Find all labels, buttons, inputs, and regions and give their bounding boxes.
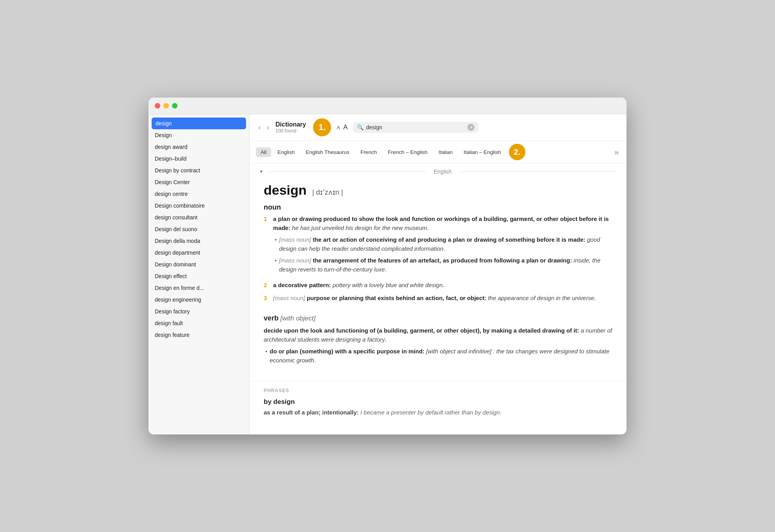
sidebar-item-9[interactable]: Design del suono <box>148 223 249 235</box>
nav-buttons: ‹ › <box>256 123 272 132</box>
filter-tab-5[interactable]: Italian <box>434 147 457 157</box>
entry-word-line: design | dɪˈzʌɪn | <box>264 183 612 198</box>
sidebar-item-18[interactable]: design feature <box>148 329 249 341</box>
def-1: 1 a plan or drawing produced to show the… <box>264 215 612 277</box>
dict-title: Dictionary <box>275 121 306 128</box>
content-area: ‹ › Dictionary 100 found 1. A A 🔍 ✕ <box>250 114 627 434</box>
sub-text-1-2: [mass noun] the arrangement of the featu… <box>279 256 612 274</box>
filter-tabs: AllEnglishEnglish ThesaurusFrenchFrench … <box>250 141 627 164</box>
section-header-english: ▼ English <box>250 164 627 179</box>
sidebar-item-13[interactable]: Design effect <box>148 270 249 282</box>
sidebar-item-3[interactable]: Design–build <box>148 153 249 165</box>
dict-content: ▼ English design | dɪˈzʌɪn | noun 1 <box>250 164 627 434</box>
sidebar-item-2[interactable]: design award <box>148 141 249 153</box>
def-3: 3 [mass noun] purpose or planning that e… <box>264 294 612 303</box>
sub-def-main-2: the arrangement of the features of an ar… <box>313 257 572 264</box>
filter-tab-4[interactable]: French – English <box>383 147 432 157</box>
font-decrease-button[interactable]: A <box>337 125 340 130</box>
verb-sub-strong: do or plan (something) with a specific p… <box>270 348 424 355</box>
phrase-def-strong: as a result of a plan; intentionally: <box>264 409 359 416</box>
more-tabs-button[interactable]: » <box>613 148 620 157</box>
dict-entry: design | dɪˈzʌɪn | noun 1 a plan or draw… <box>250 179 627 314</box>
font-size-buttons: A A <box>337 123 348 131</box>
dict-title-area: Dictionary 100 found <box>275 121 306 134</box>
def-main-2: a decorative pattern: <box>273 282 331 288</box>
verb-sub-defs: • do or plan (something) with a specific… <box>264 347 612 365</box>
sidebar-item-4[interactable]: Design by contract <box>148 165 249 176</box>
sub-text-1-1: [mass noun] the art or action of conceiv… <box>279 235 612 253</box>
forward-button[interactable]: › <box>264 123 272 132</box>
filter-tab-0[interactable]: All <box>256 147 271 157</box>
phrases-section: PHRASES by design as a result of a plan;… <box>250 381 627 425</box>
sidebar-item-16[interactable]: Design factory <box>148 306 249 317</box>
phrase-title-by-design: by design <box>264 398 612 406</box>
sidebar-item-10[interactable]: Design della moda <box>148 235 249 247</box>
def-example-1: he has just unveiled his design for the … <box>292 224 427 231</box>
filter-tab-6[interactable]: Italian – English <box>459 147 505 157</box>
def-number-3: 3 <box>264 294 270 303</box>
mass-noun-3: [mass noun] <box>273 295 305 301</box>
def-number-2: 2 <box>264 281 270 290</box>
def-example-2: pottery with a lovely blue and white des… <box>333 282 443 288</box>
section-arrow[interactable]: ▼ <box>259 169 264 174</box>
verb-sub-bullet: • <box>265 347 267 365</box>
traffic-lights <box>155 103 177 109</box>
verb-def-main: decide upon the look and functioning of … <box>264 326 612 368</box>
phrase-def-by-design: as a result of a plan; intentionally: I … <box>264 408 612 417</box>
sidebar-item-1[interactable]: Design <box>148 129 249 141</box>
sidebar-item-17[interactable]: design fault <box>148 317 249 329</box>
pos-noun: noun <box>264 203 612 212</box>
search-clear-button[interactable]: ✕ <box>467 124 474 131</box>
sidebar-item-5[interactable]: Design Center <box>148 176 249 188</box>
section-label-english: English <box>431 168 455 175</box>
sub-bullet-2: • <box>275 256 277 274</box>
search-box: 🔍 ✕ <box>353 122 478 133</box>
entry-phonetic: | dɪˈzʌɪn | <box>312 188 343 196</box>
sub-def-1-2: • [mass noun] the arrangement of the fea… <box>275 256 612 274</box>
verb-header: verb [with object] <box>264 314 612 322</box>
font-increase-button[interactable]: A <box>343 123 348 131</box>
sidebar-item-6[interactable]: design centre <box>148 188 249 200</box>
phrase-example: I became a presenter by default rather t… <box>360 409 500 416</box>
sidebar-item-15[interactable]: design engineering <box>148 294 249 306</box>
entry-word: design <box>264 183 307 197</box>
sidebar-item-8[interactable]: design consultant <box>148 212 249 223</box>
def-main-3: purpose or planning that exists behind a… <box>307 295 486 301</box>
verb-sub-text: do or plan (something) with a specific p… <box>270 347 612 365</box>
dict-count: 100 found <box>275 128 306 134</box>
mass-noun-tag-2: [mass noun] <box>279 257 311 264</box>
section-line-right <box>460 172 617 172</box>
sidebar-item-7[interactable]: Design combinatoire <box>148 200 249 212</box>
sub-bullet: • <box>275 235 277 253</box>
back-button[interactable]: ‹ <box>256 123 263 132</box>
sidebar-item-12[interactable]: Design dominant <box>148 259 249 270</box>
search-icon: 🔍 <box>357 124 364 130</box>
def-number-1: 1 <box>264 215 270 277</box>
noun-definitions: 1 a plan or drawing produced to show the… <box>264 215 612 302</box>
sidebar-item-14[interactable]: Design en forme d... <box>148 282 249 294</box>
filter-tab-3[interactable]: French <box>356 147 382 157</box>
search-input[interactable] <box>366 124 467 130</box>
mass-noun-tag: [mass noun] <box>279 236 311 243</box>
sidebar-item-0[interactable]: design <box>152 118 246 129</box>
maximize-button[interactable] <box>172 103 177 109</box>
verb-sub-def-1: • do or plan (something) with a specific… <box>265 347 612 365</box>
filter-tab-1[interactable]: English <box>273 147 299 157</box>
badge-1: 1. <box>313 118 331 136</box>
pos-verb: verb <box>264 314 279 322</box>
minimize-button[interactable] <box>163 103 169 109</box>
verb-qualifier: [with object] <box>280 315 315 322</box>
sub-def-main: the art or action of conceiving of and p… <box>313 236 585 243</box>
filter-tab-2[interactable]: English Thesaurus <box>301 147 354 157</box>
verb-def-text: decide upon the look and functioning of … <box>264 326 612 368</box>
sidebar-item-11[interactable]: design department <box>148 247 249 259</box>
app-window: designDesigndesign awardDesign–buildDesi… <box>148 98 627 434</box>
verb-section: verb [with object] decide upon the look … <box>250 314 627 378</box>
phrases-label: PHRASES <box>264 388 612 393</box>
sub-def-1-1: • [mass noun] the art or action of conce… <box>275 235 612 253</box>
titlebar <box>148 98 627 114</box>
close-button[interactable] <box>155 103 160 109</box>
verb-def-strong: decide upon the look and functioning of … <box>264 327 579 334</box>
toolbar: ‹ › Dictionary 100 found 1. A A 🔍 ✕ <box>250 114 627 141</box>
def-text-3: [mass noun] purpose or planning that exi… <box>273 294 612 303</box>
